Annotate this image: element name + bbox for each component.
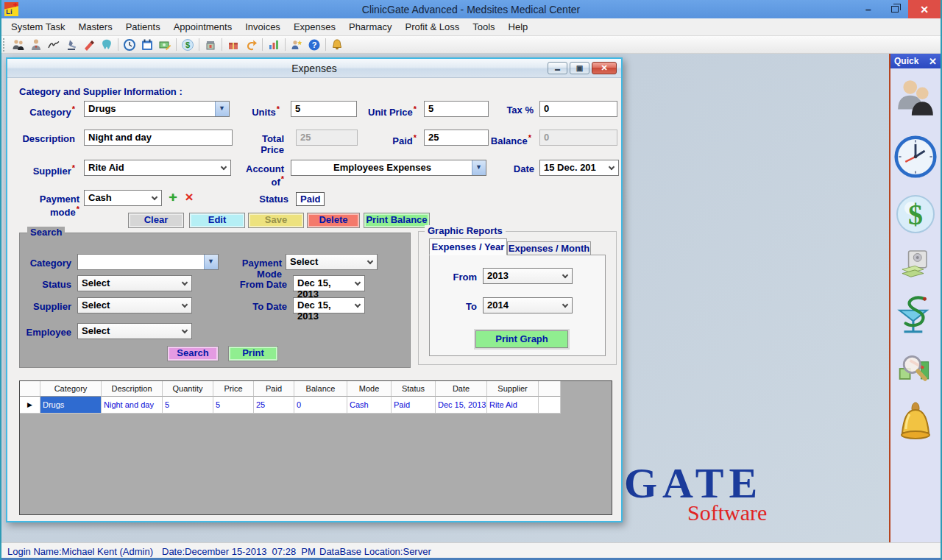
menu-item-pharmacy[interactable]: Pharmacy [342,18,399,36]
grid-col-header-category[interactable]: Category [40,381,102,397]
delete-payment-mode-icon[interactable]: × [183,191,196,204]
grid-col-header-quantity[interactable]: Quantity [163,381,213,397]
dropdown-arrow-icon[interactable] [204,255,218,269]
dropdown-arrow-icon[interactable] [215,102,229,116]
menu-item-help[interactable]: Help [502,18,535,36]
menu-item-profit-loss[interactable]: Profit & Loss [399,18,467,36]
search-from-date-picker[interactable]: Dec 15, 2013 [293,275,365,291]
grid-cell-balance[interactable]: 0 [294,397,347,414]
status-label: Status [250,194,288,205]
toolbar-separator [199,38,199,51]
graph-from-year-select[interactable]: 2013 [483,268,573,284]
category-combobox[interactable]: Drugs [84,101,230,117]
medicine-icon[interactable] [202,37,219,52]
grid-col-header-date[interactable]: Date [436,381,487,397]
save-button[interactable]: Save [248,213,304,228]
quick-panel-close-icon[interactable]: ✕ [929,56,937,67]
grid-col-header-balance[interactable]: Balance [294,381,347,397]
print-balance-button[interactable]: Print Balance [364,213,430,228]
gift-icon[interactable] [224,37,242,52]
date-picker[interactable]: 15 Dec. 201 [539,160,619,176]
grid-col-header-status[interactable]: Status [392,381,436,397]
payment-mode-combobox[interactable]: Cash [84,190,162,206]
clock-icon[interactable] [121,37,138,52]
grid-cell-mode[interactable]: Cash [347,397,392,414]
microscope-icon[interactable] [63,37,80,52]
bell-icon[interactable] [328,37,346,52]
quick-cash-box-icon[interactable] [899,248,932,280]
grid-cell-paid[interactable]: 25 [254,397,294,414]
dialog-maximize-button[interactable] [570,62,589,74]
graph-to-year-select[interactable]: 2014 [483,297,573,313]
grid-cell-date[interactable]: Dec 15, 2013 [436,397,487,414]
signature-icon[interactable] [45,37,63,52]
print-graph-button[interactable]: Print Graph [475,330,568,348]
patient-icon[interactable] [27,37,45,52]
quick-gold-bell-icon[interactable] [895,401,936,442]
add-payment-mode-icon[interactable]: + [166,191,180,204]
tab-expenses-month[interactable]: Expenses / Month [507,241,591,255]
menu-item-invoices[interactable]: Invoices [238,18,287,36]
calendar-icon[interactable] [138,37,156,52]
dental-icon[interactable] [98,37,116,52]
marker-icon[interactable] [80,37,98,52]
menu-item-patients[interactable]: Patients [119,18,167,36]
search-employee-select[interactable]: Select [77,323,192,339]
menu-item-expenses[interactable]: Expenses [287,18,342,36]
return-icon[interactable] [242,37,260,52]
grid-col-header-mode[interactable]: Mode [347,381,392,397]
dialog-minimize-button[interactable] [548,62,567,74]
quick-users-icon[interactable] [894,77,937,120]
search-category-combobox[interactable] [77,254,219,270]
grid-cell-description[interactable]: Night and day [102,397,163,414]
grid-cell-price[interactable]: 5 [213,397,254,414]
patients-icon[interactable] [10,37,27,52]
minimize-button[interactable] [855,0,882,18]
search-status-select[interactable]: Select [77,275,192,291]
menu-item-appointments[interactable]: Appointments [167,18,239,36]
grid-col-header-paid[interactable]: Paid [254,381,294,397]
tax-input[interactable]: 0 [539,101,617,117]
menu-item-masters[interactable]: Masters [71,18,118,36]
close-button[interactable] [908,0,941,18]
grid-col-header-supplier[interactable]: Supplier [487,381,539,397]
print-button[interactable]: Print [228,346,278,361]
chart-icon[interactable] [265,37,283,52]
search-supplier-select[interactable]: Select [77,297,192,313]
quick-clock-icon[interactable] [892,133,939,180]
units-input[interactable]: 5 [291,101,357,117]
edit-button[interactable]: Edit [189,213,245,228]
grid-col-header-price[interactable]: Price [213,381,254,397]
grid-cell-quantity[interactable]: 5 [163,397,213,414]
search-to-date-picker[interactable]: Dec 15, 2013 [293,297,365,313]
clear-button[interactable]: Clear [128,213,184,228]
dollar-icon[interactable]: $ [179,37,196,52]
account-of-combobox[interactable]: Employees Expenses [291,160,486,176]
grid-cell-status[interactable]: Paid [392,397,436,414]
grid-cell-category[interactable]: Drugs [40,397,102,414]
paid-input[interactable]: 25 [424,130,489,146]
unit-price-input[interactable]: 5 [424,101,489,117]
quick-pharmacy-icon[interactable] [894,294,937,336]
chevron-down-icon [355,302,361,308]
grid-row[interactable]: ▶DrugsNight and day55250CashPaidDec 15, … [20,397,612,414]
supplier-combobox[interactable]: Rite Aid [84,160,231,176]
staff-star-icon[interactable] [288,37,305,52]
description-input[interactable]: Night and day [84,130,233,146]
dropdown-arrow-icon[interactable] [472,160,486,175]
quick-dollar-icon[interactable]: $ [895,194,936,235]
dialog-close-button[interactable] [592,62,617,74]
grid-col-header-description[interactable]: Description [102,381,163,397]
grid-cell-supplier[interactable]: Rite Aid [487,397,539,414]
quick-report-search-icon[interactable] [896,350,935,388]
search-button[interactable]: Search [167,346,219,361]
row-selector-arrow-icon[interactable]: ▶ [20,397,40,414]
tab-expenses-year[interactable]: Expenses / Year [429,238,507,255]
billing-icon[interactable] [156,37,174,52]
restore-button[interactable] [882,0,908,18]
menu-item-tools[interactable]: Tools [466,18,501,36]
menu-item-system-task[interactable]: System Task [4,18,71,36]
delete-button[interactable]: Delete [307,213,360,228]
search-payment-mode-select[interactable]: Select [286,254,378,270]
help-icon[interactable]: ? [305,37,323,52]
